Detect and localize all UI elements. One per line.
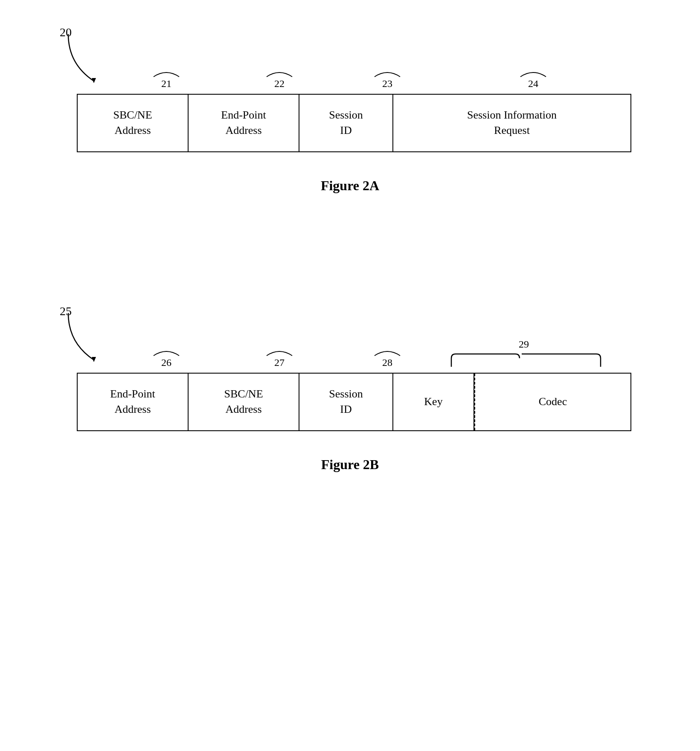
packet-table-2a: 21 22 23 24 — [77, 94, 666, 152]
cell-28-label: Session ID — [329, 386, 363, 418]
packet-row-2b: End-Point Address SBC/NE Address Session… — [77, 373, 631, 431]
cell-24-label: Session Information Request — [467, 107, 557, 139]
packet-table-2b: 26 27 28 29 — [77, 373, 666, 431]
diagram-container: 20 21 22 — [34, 26, 666, 473]
cell-codec-label: Codec — [539, 394, 567, 409]
cell-endpoint-address: End-Point Address — [189, 95, 299, 151]
cell-session-info-request: Session Information Request — [393, 95, 630, 151]
cell-2b-sbc-ne-address: SBC/NE Address — [189, 374, 299, 430]
figure-2b: 25 26 27 — [34, 304, 666, 473]
cell-23-label: Session ID — [329, 107, 363, 139]
ref-28-container: 28 — [340, 345, 434, 368]
ref-22: 22 — [274, 78, 285, 89]
cell-key-label: Key — [424, 394, 442, 409]
cell-codec: Codec — [474, 374, 630, 430]
ref-26-container: 26 — [111, 345, 222, 368]
ref-27-container: 27 — [224, 345, 335, 368]
ref-26: 26 — [161, 357, 171, 368]
cell-22-label: End-Point Address — [221, 107, 266, 139]
cell-26-label: End-Point Address — [110, 386, 155, 418]
packet-row-2a: SBC/NE Address End-Point Address Session… — [77, 94, 631, 152]
arrow-25 — [64, 309, 115, 364]
cell-key: Key — [393, 374, 474, 430]
ref-22-container: 22 — [224, 66, 335, 90]
cell-27-label: SBC/NE Address — [224, 386, 263, 418]
cell-21-label: SBC/NE Address — [113, 107, 152, 139]
cell-2b-session-id: Session ID — [299, 374, 393, 430]
ref-29: 29 — [439, 339, 609, 350]
ref-23-container: 23 — [340, 66, 434, 90]
ref-24: 24 — [528, 78, 538, 89]
ref-29-container: 29 — [439, 339, 609, 369]
figure-2b-caption: Figure 2B — [34, 457, 666, 473]
arrow-20 — [64, 30, 115, 85]
ref-27: 27 — [274, 357, 285, 368]
cell-sbc-ne-address: SBC/NE Address — [78, 95, 189, 151]
figure-2a-caption: Figure 2A — [34, 178, 666, 194]
ref-21-container: 21 — [111, 66, 222, 90]
ref-21: 21 — [161, 78, 171, 89]
figure-2a: 20 21 22 — [34, 26, 666, 194]
ref-28: 28 — [382, 357, 392, 368]
ref-24-container: 24 — [452, 66, 614, 90]
cell-2b-endpoint-address: End-Point Address — [78, 374, 189, 430]
ref-23: 23 — [382, 78, 392, 89]
cell-session-id: Session ID — [299, 95, 393, 151]
